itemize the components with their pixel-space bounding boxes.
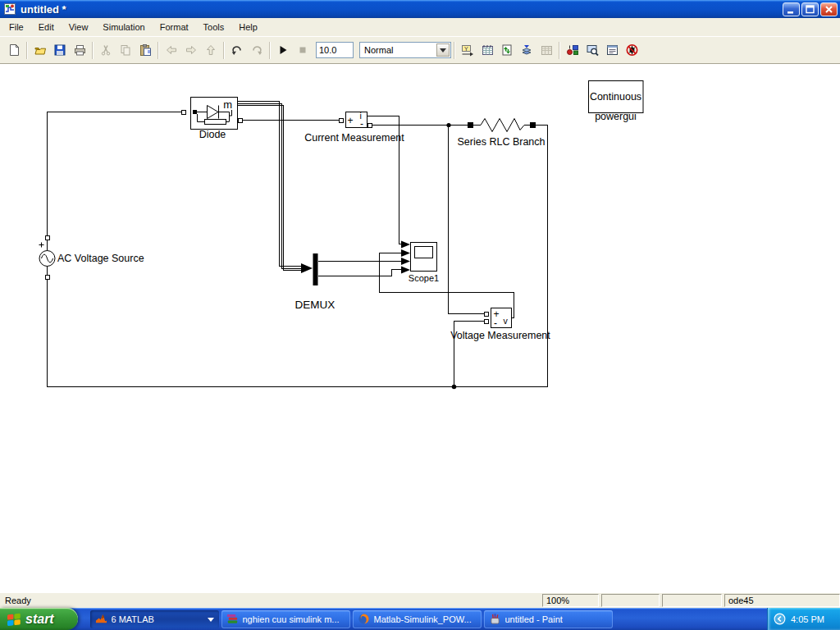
undo-button[interactable] xyxy=(227,40,247,60)
up-parent-button-disabled[interactable] xyxy=(201,40,221,60)
debug-disable-button[interactable] xyxy=(622,40,641,60)
print-button[interactable] xyxy=(70,40,89,60)
stop-icon xyxy=(296,43,309,57)
copy-button-disabled[interactable] xyxy=(116,40,135,60)
wire-vector-line-3[interactable] xyxy=(238,106,301,271)
find-in-model-button[interactable] xyxy=(582,40,602,60)
menu-view[interactable]: View xyxy=(62,19,96,35)
minimize-icon xyxy=(786,4,797,15)
scope-block[interactable] xyxy=(411,243,437,272)
system-tray: 4:05 PM xyxy=(767,608,840,630)
wire-node-to-vm-plus[interactable] xyxy=(449,126,485,314)
close-button[interactable] xyxy=(820,2,838,16)
paste-clipboard-icon xyxy=(139,43,152,57)
cut-button-disabled[interactable] xyxy=(96,40,116,60)
status-zoom-level: 100% xyxy=(542,594,599,607)
save-button[interactable] xyxy=(50,40,70,60)
open-button[interactable] xyxy=(30,40,50,60)
colored-blocks-icon xyxy=(566,43,580,57)
menu-file[interactable]: File xyxy=(2,19,31,35)
simulation-stop-time-input[interactable] xyxy=(316,42,354,58)
junction-dot xyxy=(452,385,457,390)
diode-block[interactable]: m xyxy=(191,98,238,130)
window-list-button[interactable] xyxy=(602,40,622,60)
vm-plus-port xyxy=(484,312,488,316)
paste-button[interactable] xyxy=(135,40,155,60)
menu-tools[interactable]: Tools xyxy=(196,19,232,35)
model-browser-button[interactable] xyxy=(477,40,497,60)
combo-dropdown-button[interactable] xyxy=(436,43,450,57)
powergui-block[interactable]: Continuous xyxy=(589,81,644,113)
demux-label: DEMUX xyxy=(295,299,336,311)
scope-input1-arrow xyxy=(401,241,410,249)
layers-stack-icon xyxy=(520,43,534,57)
build-button-disabled[interactable] xyxy=(536,40,556,60)
toolbar-separator xyxy=(158,42,159,59)
wire-vector-line-1[interactable] xyxy=(238,102,301,267)
taskbar-button-winrar[interactable]: nghien cuu simulink m... xyxy=(221,610,350,628)
forward-button-disabled[interactable] xyxy=(181,40,201,60)
taskbar-button-label: nghien cuu simulink m... xyxy=(243,614,340,624)
svg-text:Y: Y xyxy=(464,46,468,52)
open-folder-icon xyxy=(34,43,48,57)
voltage-measurement-block[interactable]: + - v xyxy=(491,308,512,329)
wire-vector-line-2[interactable] xyxy=(238,103,301,268)
model-canvas[interactable]: m Diode + i - Current Measurement Series… xyxy=(0,64,840,592)
menu-simulation[interactable]: Simulation xyxy=(95,19,152,35)
toolbar-separator xyxy=(223,42,225,59)
printer-icon xyxy=(73,43,87,57)
toolbar-separator xyxy=(269,42,271,59)
minimize-button[interactable] xyxy=(783,2,800,16)
scope-label: Scope1 xyxy=(409,273,439,283)
statusbar: Ready 100% ode45 xyxy=(0,592,840,608)
scope-input2-arrow xyxy=(401,249,410,257)
ac-minus-port xyxy=(45,276,49,280)
series-rlc-block[interactable] xyxy=(468,119,536,132)
play-icon xyxy=(276,43,290,57)
start-button[interactable]: start xyxy=(0,608,78,630)
stop-simulation-button-disabled[interactable] xyxy=(293,40,313,60)
toolbar-separator xyxy=(559,42,560,59)
redo-button-disabled[interactable] xyxy=(247,40,267,60)
current-measurement-block[interactable]: + i - xyxy=(346,111,368,130)
maximize-button[interactable] xyxy=(801,2,819,16)
paint-icon xyxy=(489,613,501,625)
wire-main-loop[interactable] xyxy=(48,112,548,387)
simulink-app-icon xyxy=(3,2,16,16)
diode-m-port-label: m xyxy=(223,98,232,111)
taskbar-button-matlab-group[interactable]: 6 MATLAB xyxy=(90,610,219,628)
demux-input-arrow xyxy=(301,263,313,273)
build-all-button[interactable] xyxy=(517,40,536,60)
start-label: start xyxy=(25,612,54,627)
taskbar-button-firefox[interactable]: Matlab-Simulink_POW... xyxy=(353,610,482,628)
back-arrow-icon xyxy=(165,43,178,57)
menu-help[interactable]: Help xyxy=(231,19,265,35)
cm-input-port xyxy=(339,118,343,122)
demux-block[interactable] xyxy=(313,253,318,285)
back-button-disabled[interactable] xyxy=(162,40,181,60)
no-debug-icon xyxy=(625,43,639,57)
update-diagram-button[interactable] xyxy=(497,40,517,60)
library-browser-button[interactable]: Y xyxy=(458,40,477,60)
vm-signal-label: v xyxy=(504,316,509,326)
taskbar-button-paint[interactable]: untitled - Paint xyxy=(484,610,613,628)
hide-tray-icons-chevron-icon[interactable] xyxy=(774,613,786,625)
simulation-mode-select[interactable]: Normal xyxy=(359,42,451,58)
powergui-mode-text: Continuous xyxy=(590,91,641,103)
model-browser-icon xyxy=(481,43,495,57)
start-simulation-button[interactable] xyxy=(273,40,293,60)
status-solver: ode45 xyxy=(724,594,840,607)
forward-arrow-icon xyxy=(185,43,198,57)
menu-edit[interactable]: Edit xyxy=(31,19,62,35)
status-panel-empty xyxy=(662,594,722,607)
new-model-button[interactable] xyxy=(4,40,24,60)
wire-demux-out2-to-scope[interactable] xyxy=(318,270,402,276)
screen-magnifier-icon xyxy=(586,43,600,57)
group-chevron-down-icon xyxy=(208,618,214,625)
vm-minus-port xyxy=(484,319,488,323)
powergui-label: powergui xyxy=(595,111,637,122)
menu-format[interactable]: Format xyxy=(153,19,196,35)
library-link-display-button[interactable] xyxy=(563,40,582,60)
cm-minus-label: - xyxy=(360,118,363,130)
status-panel-empty xyxy=(601,594,660,607)
